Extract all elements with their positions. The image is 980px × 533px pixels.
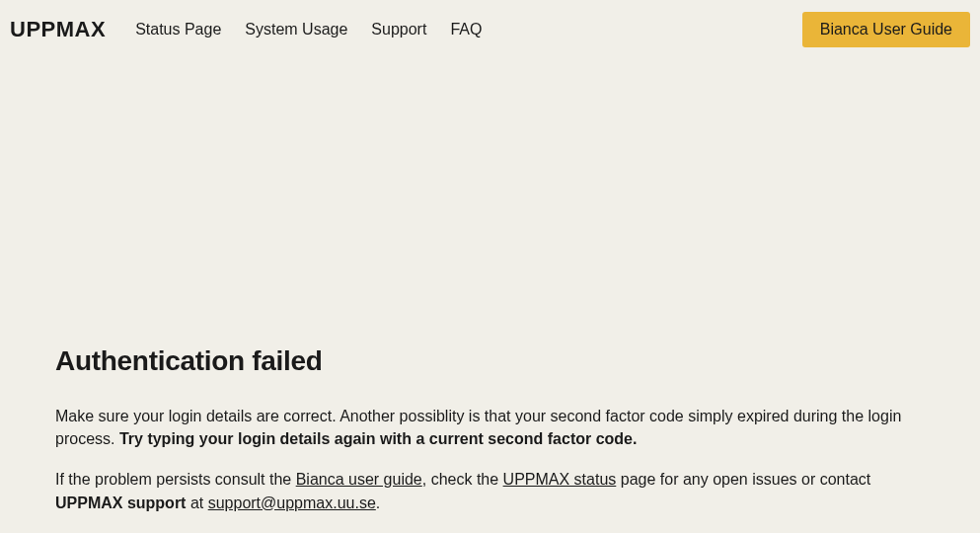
nav-faq[interactable]: FAQ bbox=[450, 21, 482, 38]
page-title: Authentication failed bbox=[55, 345, 925, 377]
error-text-2e: . bbox=[376, 495, 380, 511]
bianca-user-guide-button[interactable]: Bianca User Guide bbox=[802, 12, 970, 47]
support-email-link[interactable]: support@uppmax.uu.se bbox=[208, 495, 376, 511]
error-text-2a: If the problem persists consult the bbox=[55, 471, 296, 488]
bianca-user-guide-link[interactable]: Bianca user guide bbox=[296, 471, 422, 488]
nav-system-usage[interactable]: System Usage bbox=[245, 21, 347, 38]
error-paragraph-2: If the problem persists consult the Bian… bbox=[55, 468, 925, 513]
error-paragraph-1: Make sure your login details are correct… bbox=[55, 405, 925, 450]
error-text-bold-1: Try typing your login details again with… bbox=[119, 430, 638, 447]
uppmax-status-link[interactable]: UPPMAX status bbox=[503, 471, 617, 488]
error-text-2b: , check the bbox=[422, 471, 503, 488]
error-text-2d: at bbox=[186, 495, 207, 511]
uppmax-support-bold: UPPMAX support bbox=[55, 495, 186, 511]
header: UPPMAX Status Page System Usage Support … bbox=[0, 0, 980, 59]
nav-support[interactable]: Support bbox=[371, 21, 426, 38]
nav-status-page[interactable]: Status Page bbox=[135, 21, 221, 38]
main-content: Authentication failed Make sure your log… bbox=[0, 345, 980, 533]
error-text-2c: page for any open issues or contact bbox=[616, 471, 870, 488]
logo: UPPMAX bbox=[10, 17, 106, 42]
